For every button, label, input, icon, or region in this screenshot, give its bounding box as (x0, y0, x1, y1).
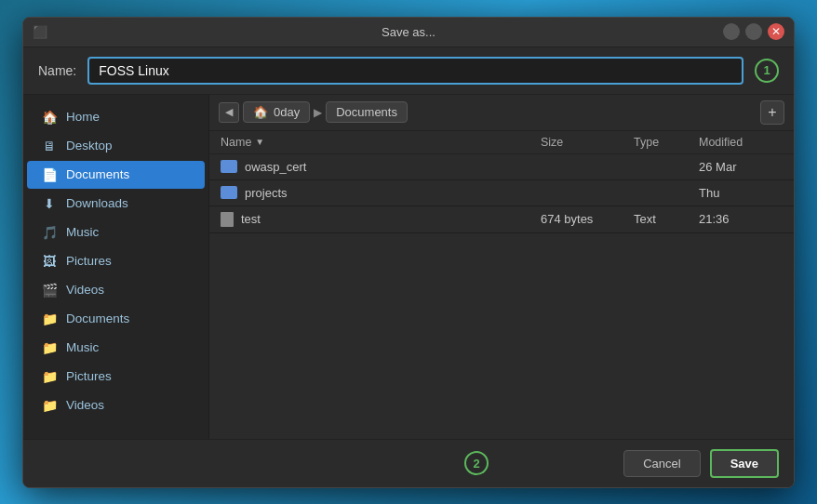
sidebar-item-label: Home (66, 110, 100, 124)
sidebar-item-desktop[interactable]: 🖥 Desktop (27, 132, 205, 160)
sidebar-item-label: Videos (66, 398, 104, 412)
pictures-icon: 🖼 (42, 254, 57, 269)
header-type: Type (634, 136, 699, 149)
cancel-button[interactable]: Cancel (623, 450, 700, 477)
video-icon: 🎬 (42, 283, 57, 298)
back-button[interactable]: ◀ (219, 102, 239, 123)
folder-icon: 📁 (42, 369, 57, 384)
maximize-button[interactable]: □ (745, 23, 762, 40)
sidebar-item-documents2[interactable]: 📁 Documents (27, 305, 205, 333)
sidebar-item-label: Desktop (66, 139, 113, 153)
sidebar-item-music2[interactable]: 📁 Music (27, 334, 205, 362)
home-icon: 🏠 (253, 105, 268, 119)
header-modified: Modified (699, 136, 783, 149)
table-header: Name ▼ Size Type Modified (209, 131, 794, 154)
window-icon: ⬛ (33, 25, 47, 39)
sidebar-item-downloads[interactable]: ⬇ Downloads (27, 190, 205, 218)
file-modified: Thu (699, 186, 783, 200)
breadcrumb-separator: ▶ (314, 106, 322, 119)
name-label: Name: (38, 63, 76, 78)
sidebar: 🏠 Home 🖥 Desktop 📄 Documents ⬇ Downloads… (23, 95, 209, 439)
desktop-icon: 🖥 (42, 139, 57, 153)
sidebar-item-label: Documents (66, 312, 129, 325)
sidebar-item-videos[interactable]: 🎬 Videos (27, 276, 205, 304)
folder-icon (221, 186, 237, 199)
sidebar-item-label: Documents (66, 167, 129, 181)
music-icon: 🎵 (42, 225, 57, 240)
new-folder-button[interactable]: + (760, 100, 784, 125)
sidebar-item-label: Downloads (66, 196, 128, 210)
file-icon (221, 212, 234, 227)
sidebar-item-home[interactable]: 🏠 Home (27, 103, 205, 131)
main-area: 🏠 Home 🖥 Desktop 📄 Documents ⬇ Downloads… (23, 95, 794, 439)
file-size: 674 bytes (541, 212, 634, 226)
file-table: Name ▼ Size Type Modified owasp_cert 26 … (209, 131, 794, 439)
sidebar-item-pictures[interactable]: 🖼 Pictures (27, 247, 205, 275)
folder-icon: 📁 (42, 398, 57, 413)
minimize-button[interactable]: — (723, 23, 740, 40)
folder-icon: 📁 (42, 340, 57, 355)
file-modified: 21:36 (699, 212, 783, 226)
file-name-cell: owasp_cert (221, 160, 541, 174)
sidebar-item-videos2[interactable]: 📁 Videos (27, 391, 205, 419)
file-area: ◀ 🏠 0day ▶ Documents + Name ▼ Size (209, 95, 794, 439)
header-size: Size (541, 136, 634, 149)
name-row: Name: 1 (23, 47, 794, 95)
close-button[interactable]: ✕ (768, 23, 784, 40)
breadcrumb-0day[interactable]: 🏠 0day (243, 101, 310, 123)
folder-icon: 📁 (42, 312, 57, 326)
sidebar-item-documents[interactable]: 📄 Documents (27, 161, 205, 189)
sidebar-item-label: Pictures (66, 369, 112, 383)
breadcrumb-bar: ◀ 🏠 0day ▶ Documents + (209, 95, 794, 131)
table-row[interactable]: projects Thu (209, 180, 794, 206)
home-icon: 🏠 (42, 110, 57, 125)
download-icon: ⬇ (42, 196, 57, 211)
sidebar-item-label: Music (66, 340, 99, 354)
step2-badge: 2 (464, 451, 489, 475)
sidebar-item-pictures2[interactable]: 📁 Pictures (27, 363, 205, 391)
save-dialog: ⬛ Save as... — □ ✕ Name: 1 🏠 Home 🖥 Desk… (22, 17, 795, 488)
file-modified: 26 Mar (699, 160, 783, 174)
bottom-bar: 2 Cancel Save (23, 439, 794, 487)
file-name-cell: test (221, 212, 541, 227)
breadcrumb-documents[interactable]: Documents (326, 101, 408, 123)
sidebar-item-label: Videos (66, 283, 104, 297)
filename-input[interactable] (87, 57, 743, 85)
document-icon: 📄 (42, 167, 57, 182)
file-type: Text (634, 212, 699, 226)
title-bar: ⬛ Save as... — □ ✕ (23, 18, 794, 47)
sidebar-item-label: Pictures (66, 254, 112, 268)
sidebar-item-music[interactable]: 🎵 Music (27, 219, 205, 246)
table-row[interactable]: test 674 bytes Text 21:36 (209, 206, 794, 233)
window-controls: — □ ✕ (723, 23, 784, 40)
step1-badge: 1 (755, 59, 779, 83)
save-button[interactable]: Save (710, 449, 779, 478)
folder-icon (221, 160, 237, 173)
dialog-title: Save as... (382, 25, 435, 39)
file-name-cell: projects (221, 186, 541, 200)
sidebar-item-label: Music (66, 225, 99, 239)
table-row[interactable]: owasp_cert 26 Mar (209, 154, 794, 180)
header-name: Name ▼ (221, 136, 541, 149)
sort-icon: ▼ (255, 137, 264, 147)
